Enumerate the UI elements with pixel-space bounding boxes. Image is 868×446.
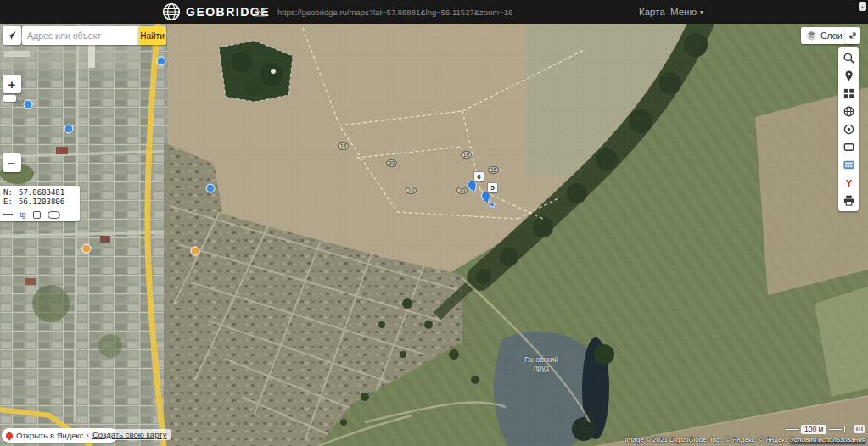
right-toolbar: Y xyxy=(838,47,859,211)
ruler-tool-icon[interactable] xyxy=(3,214,13,215)
toolbar-rectangle-button[interactable] xyxy=(839,138,858,156)
pond-label: Гановский пруд xyxy=(507,356,575,372)
location-pin-icon xyxy=(843,70,855,82)
map-marker-5[interactable]: 5 xyxy=(487,182,498,192)
scale-line-left xyxy=(786,429,798,430)
coordinate-e-row: E:56.1203806 xyxy=(3,198,76,207)
toolbar-print-button[interactable] xyxy=(839,192,858,209)
layers-icon xyxy=(806,31,817,41)
zoom-in-button[interactable]: + xyxy=(3,75,21,93)
terms-of-use-link[interactable]: Условия использования xyxy=(790,436,865,443)
coordinate-e-value: 56.1203806 xyxy=(19,198,64,207)
globe-logo-icon xyxy=(162,3,181,21)
expand-arrows-icon xyxy=(848,31,858,41)
zoom-slider-handle[interactable] xyxy=(3,95,16,102)
toolbar-globe-button[interactable] xyxy=(839,103,858,120)
scale-bar: 100 м xyxy=(786,425,845,434)
topbar: GEOBRIDGE https://geobridge.ru/maps?lat=… xyxy=(0,0,868,24)
toolbar-target-button[interactable] xyxy=(839,120,858,138)
tg-tool[interactable]: tg xyxy=(20,210,26,219)
map-marker-6[interactable]: 6 xyxy=(473,171,484,181)
target-icon xyxy=(843,123,855,136)
globe-icon xyxy=(843,105,855,118)
toolbar-grid-button[interactable] xyxy=(839,85,858,103)
map-terrain xyxy=(0,24,868,446)
copyright-chip[interactable] xyxy=(854,425,865,433)
nav-map[interactable]: Карта xyxy=(639,7,665,17)
map-attribution: Image © 2021 DigitalGlobe, Inc., © Яндек… xyxy=(625,436,865,443)
search-input[interactable] xyxy=(22,26,138,45)
toolbar-location-button[interactable] xyxy=(839,67,858,85)
scale-value: 100 м xyxy=(801,425,826,434)
yandex-icon: Y xyxy=(843,176,855,189)
coordinate-n-row: N:57.8683481 xyxy=(3,188,76,198)
toolbar-yandex-button[interactable]: Y xyxy=(839,174,858,192)
zoom-out-button[interactable]: − xyxy=(3,153,21,172)
menu-caret-icon: ▾ xyxy=(700,8,703,16)
square-tool-icon[interactable] xyxy=(33,211,41,219)
create-map-link[interactable]: Создать свою карту xyxy=(88,429,171,440)
scale-end-tick xyxy=(844,426,845,432)
geobridge-map-page: GEOBRIDGE https://geobridge.ru/maps?lat=… xyxy=(0,0,868,446)
scrollbar-up-arrow[interactable]: ▲ xyxy=(859,2,866,11)
coordinates-panel: N:57.8683481 E:56.1203806 tg xyxy=(0,186,80,221)
svg-text:Y: Y xyxy=(845,178,852,188)
scale-line-right xyxy=(829,429,842,430)
satellite-map[interactable] xyxy=(0,24,868,446)
search-find-button[interactable]: Найти xyxy=(138,26,166,45)
print-icon xyxy=(843,194,855,207)
panel-icon xyxy=(843,159,855,171)
grid-icon xyxy=(843,87,855,100)
fullscreen-button[interactable] xyxy=(845,27,860,44)
search-icon xyxy=(843,52,855,64)
yandex-pin-icon xyxy=(4,431,14,440)
rectangle-icon xyxy=(843,141,855,153)
toolbar-panel-button[interactable] xyxy=(839,156,858,174)
toggle-tool-icon[interactable] xyxy=(48,211,60,219)
geolocate-arrow-icon xyxy=(6,30,18,42)
coordinate-n-value: 57.8683481 xyxy=(19,188,64,198)
share-url: https://geobridge.ru/maps?lat=57.86881&l… xyxy=(277,8,512,17)
nav-menu[interactable]: Меню▾ xyxy=(670,7,703,17)
geolocate-button[interactable] xyxy=(3,26,21,45)
mail-icon[interactable] xyxy=(255,8,266,17)
toolbar-search-button[interactable] xyxy=(839,49,858,67)
